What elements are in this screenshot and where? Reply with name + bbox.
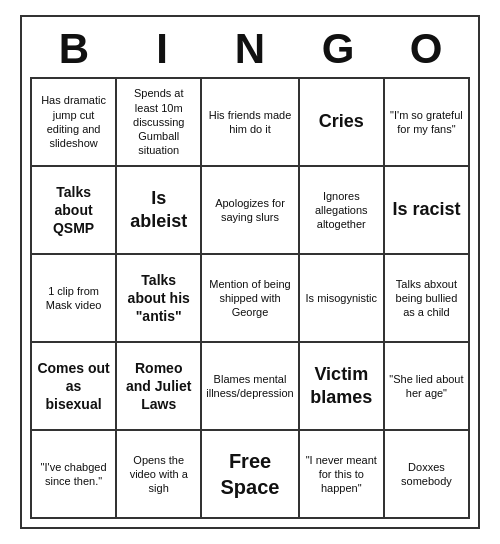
bingo-header: BINGO — [30, 25, 470, 73]
bingo-cell-23: "I never meant for this to happen" — [300, 431, 385, 519]
bingo-cell-13: Is misogynistic — [300, 255, 385, 343]
bingo-cell-0: Has dramatic jump cut editing and slides… — [32, 79, 117, 167]
bingo-cell-7: Apologizes for saying slurs — [202, 167, 299, 255]
bingo-cell-8: Ignores allegations altogether — [300, 167, 385, 255]
bingo-letter: G — [296, 25, 380, 73]
bingo-cell-18: Victim blames — [300, 343, 385, 431]
bingo-cell-17: Blames mental illness/depression — [202, 343, 299, 431]
bingo-letter: I — [120, 25, 204, 73]
bingo-cell-1: Spends at least 10m discussing Gumball s… — [117, 79, 202, 167]
bingo-cell-4: "I'm so grateful for my fans" — [385, 79, 470, 167]
bingo-cell-11: Talks about his "antis" — [117, 255, 202, 343]
bingo-cell-15: Comes out as bisexual — [32, 343, 117, 431]
bingo-cell-19: "She lied about her age" — [385, 343, 470, 431]
bingo-grid: Has dramatic jump cut editing and slides… — [30, 77, 470, 519]
bingo-cell-5: Talks about QSMP — [32, 167, 117, 255]
bingo-letter: O — [384, 25, 468, 73]
bingo-cell-3: Cries — [300, 79, 385, 167]
bingo-cell-20: "I've chabged since then." — [32, 431, 117, 519]
bingo-cell-2: His friends made him do it — [202, 79, 299, 167]
bingo-cell-12: Mention of being shipped with George — [202, 255, 299, 343]
bingo-letter: B — [32, 25, 116, 73]
bingo-cell-9: Is racist — [385, 167, 470, 255]
bingo-cell-24: Doxxes somebody — [385, 431, 470, 519]
bingo-cell-22: Free Space — [202, 431, 299, 519]
bingo-cell-10: 1 clip from Mask video — [32, 255, 117, 343]
bingo-card: BINGO Has dramatic jump cut editing and … — [20, 15, 480, 529]
bingo-cell-6: Is ableist — [117, 167, 202, 255]
bingo-letter: N — [208, 25, 292, 73]
bingo-cell-21: Opens the video with a sigh — [117, 431, 202, 519]
bingo-cell-16: Romeo and Juliet Laws — [117, 343, 202, 431]
bingo-cell-14: Talks abxout being bullied as a child — [385, 255, 470, 343]
